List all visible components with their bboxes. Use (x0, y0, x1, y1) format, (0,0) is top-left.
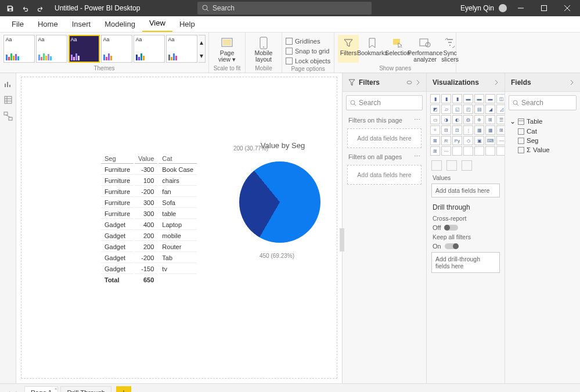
viz-type-cell[interactable]: ⋮ (463, 125, 473, 135)
chk-snap[interactable]: Snap to grid (286, 46, 330, 56)
report-view-icon[interactable] (3, 79, 13, 88)
table-row[interactable]: Furniture-200fan (101, 187, 197, 197)
theme-tile-4[interactable]: Aa (101, 35, 132, 63)
viz-type-cell[interactable]: ⊡ (452, 125, 462, 135)
viz-type-cell[interactable] (463, 146, 473, 156)
analytics-tool[interactable] (462, 160, 472, 171)
chevron-right-icon[interactable] (570, 80, 574, 85)
theme-tile-2[interactable]: Aa (36, 35, 67, 63)
viz-type-cell[interactable]: ⊞ (485, 115, 495, 124)
field-seg[interactable]: Seg (510, 136, 575, 145)
fields-tool[interactable] (431, 160, 442, 171)
model-view-icon[interactable] (3, 112, 13, 121)
save-icon[interactable] (5, 3, 15, 13)
viz-type-cell[interactable]: ▦ (485, 125, 495, 135)
theme-tile-3[interactable]: Aa (69, 35, 100, 63)
viz-type-cell[interactable]: ▮ (430, 94, 440, 103)
fields-search[interactable]: Search (509, 95, 577, 110)
viz-type-cell[interactable]: ▮ (441, 94, 451, 103)
field-cat[interactable]: Cat (510, 127, 575, 136)
tab-insert[interactable]: Insert (65, 16, 98, 32)
format-tool[interactable] (446, 160, 457, 171)
table-row[interactable]: Gadget-200Tab (101, 253, 197, 263)
tree-table[interactable]: ⌄Table (510, 116, 575, 127)
viz-type-cell[interactable]: ◇ (463, 136, 473, 145)
viz-type-cell[interactable]: ▱ (441, 105, 451, 114)
viz-type-cell[interactable] (485, 146, 495, 156)
table-visual[interactable]: Seg Value Cat Furniture-300Book CaseFurn… (100, 153, 198, 286)
keep-all-toggle[interactable] (445, 243, 459, 249)
undo-icon[interactable] (20, 3, 30, 13)
viz-type-cell[interactable]: ▦ (474, 125, 484, 135)
theme-dropdown[interactable]: ▴▾ (199, 35, 206, 63)
cross-report-toggle[interactable] (444, 225, 458, 231)
theme-tile-5[interactable]: Aa (134, 35, 165, 63)
table-row[interactable]: Gadget200Router (101, 242, 197, 252)
values-well[interactable]: Add data fields here (431, 184, 500, 197)
tab-view[interactable]: View (142, 15, 172, 32)
perf-analyzer-button[interactable]: Performanceanalyzer (410, 35, 440, 63)
field-value[interactable]: ΣValue (510, 145, 575, 154)
page-tab-1[interactable]: Page 1× (24, 386, 58, 392)
filters-all-pages-well[interactable]: Add data fields here (347, 165, 422, 185)
viz-type-cell[interactable]: ▣ (474, 136, 484, 145)
close-button[interactable] (558, 0, 577, 16)
tab-modeling[interactable]: Modeling (98, 16, 142, 32)
viz-type-cell[interactable]: R (441, 136, 451, 145)
filters-on-page-well[interactable]: Add data fields here (347, 128, 422, 148)
table-row[interactable]: Furniture100chairs (101, 176, 197, 186)
chevron-right-icon[interactable] (494, 80, 499, 85)
viz-type-cell[interactable]: ◩ (430, 105, 440, 114)
table-row[interactable]: Gadget-150tv (101, 264, 197, 274)
tab-help[interactable]: Help (172, 16, 202, 32)
chk-lock[interactable]: Lock objects (286, 56, 330, 66)
theme-tile-1[interactable]: Aa (3, 35, 35, 63)
viz-type-cell[interactable]: ⊞ (430, 146, 440, 156)
viz-type-cell[interactable]: ◱ (452, 105, 462, 114)
viz-type-cell[interactable] (452, 146, 462, 156)
data-view-icon[interactable] (3, 95, 13, 105)
title-search[interactable]: Search (197, 2, 372, 15)
viz-type-cell[interactable]: ⊠ (430, 136, 440, 145)
viz-type-cell[interactable]: ◰ (463, 105, 473, 114)
viz-type-cell[interactable]: ▮ (452, 94, 462, 103)
theme-tile-6[interactable]: Aa (166, 35, 197, 63)
user-name[interactable]: Eyelyn Qin (460, 4, 494, 12)
add-page-button[interactable]: ＋ (116, 386, 131, 393)
minimize-button[interactable] (511, 0, 530, 16)
page-view-button[interactable]: Pageview ▾ (212, 35, 242, 63)
redo-icon[interactable] (35, 3, 45, 13)
viz-type-cell[interactable]: ▤ (474, 105, 484, 114)
viz-type-cell[interactable]: ⌗ (430, 125, 440, 135)
page-next[interactable]: ▸ (13, 389, 22, 393)
viz-type-cell[interactable]: ◑ (441, 115, 451, 124)
viz-type-cell[interactable]: ◢ (485, 105, 495, 114)
drill-fields-well[interactable]: Add drill-through fields here (431, 252, 500, 273)
maximize-button[interactable] (535, 0, 553, 16)
viz-type-cell[interactable]: ⊕ (474, 115, 484, 124)
page-tab-2[interactable]: Drill Through (60, 386, 111, 392)
pie-chart-visual[interactable]: Value by Seg 200 (30.77%) 450 (69.23%) (213, 141, 352, 249)
viz-type-cell[interactable]: ⌨ (485, 136, 495, 145)
viz-type-cell[interactable]: ▬ (463, 94, 473, 103)
viz-type-cell[interactable] (474, 146, 484, 156)
table-row[interactable]: Furniture-300Book Case (101, 165, 197, 175)
eye-icon[interactable] (406, 80, 412, 85)
tab-file[interactable]: File (5, 16, 31, 32)
table-row[interactable]: Furniture300table (101, 209, 197, 219)
table-row[interactable]: Furniture300Sofa (101, 198, 197, 208)
mobile-layout-button[interactable]: Mobilelayout (249, 35, 278, 63)
viz-type-cell[interactable]: Py (452, 136, 462, 145)
bookmarks-button[interactable]: Bookmarks (359, 35, 386, 63)
selection-button[interactable]: Selection (386, 35, 410, 63)
viz-type-cell[interactable]: ⊟ (441, 125, 451, 135)
tab-home[interactable]: Home (31, 16, 65, 32)
table-row[interactable]: Gadget400Laptop (101, 220, 197, 230)
viz-type-cell[interactable]: ◍ (463, 115, 473, 124)
viz-type-cell[interactable]: ⋯ (441, 146, 451, 156)
pane-splitter[interactable] (340, 228, 344, 251)
viz-type-cell[interactable]: ▬ (485, 94, 495, 103)
close-icon[interactable]: × (55, 386, 57, 391)
sync-slicers-button[interactable]: Syncslicers (440, 35, 460, 63)
filter-search[interactable]: Search (346, 95, 423, 110)
